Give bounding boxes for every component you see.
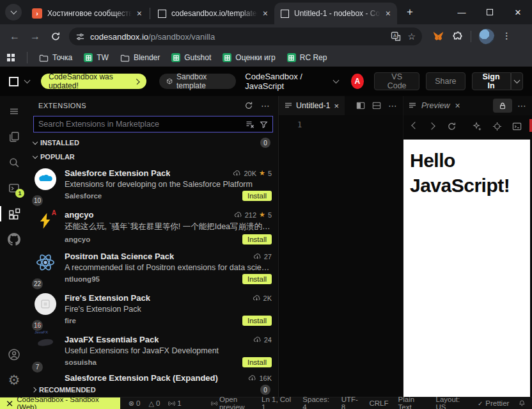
install-button[interactable]: Install <box>242 316 272 326</box>
vscode-button[interactable]: VS Code <box>374 72 419 90</box>
encoding[interactable]: UTF-8 <box>341 396 360 409</box>
forward-button[interactable]: → <box>26 27 45 46</box>
translate-icon[interactable]: A <box>391 31 401 42</box>
more-actions-icon[interactable]: ⋯ <box>517 100 527 111</box>
bookmark-tochka[interactable]: Точка <box>39 53 72 62</box>
codesandbox-favicon-icon <box>281 10 289 18</box>
update-banner[interactable]: CodeSandbox was updated! <box>41 74 146 89</box>
problems-errors[interactable]: ⊗0 <box>129 399 141 408</box>
project-switcher[interactable]: CodeSandbox / JavaScript <box>245 72 338 91</box>
more-actions-icon[interactable]: ⋯ <box>261 100 270 111</box>
reload-button[interactable] <box>46 27 65 46</box>
close-icon[interactable]: × <box>334 102 340 110</box>
code-editor[interactable]: 1 <box>279 115 403 397</box>
close-icon[interactable]: × <box>137 9 142 18</box>
back-button[interactable]: ← <box>5 27 24 46</box>
sparkle-ai-icon[interactable] <box>473 122 482 131</box>
settings-gear-icon[interactable]: ⚙ <box>0 367 28 393</box>
user-avatar[interactable]: A <box>351 74 364 89</box>
preview-forward-icon[interactable] <box>428 122 435 129</box>
menu-button[interactable] <box>0 99 28 124</box>
chevron-right-icon <box>134 78 139 84</box>
minimize-button[interactable]: — <box>448 0 476 24</box>
browser-menu-icon[interactable]: ⋯ <box>502 32 512 42</box>
apps-grid-icon[interactable] <box>6 53 15 62</box>
close-window-button[interactable]: ✕ <box>504 0 532 24</box>
extensions-search[interactable] <box>33 116 273 132</box>
browser-profile-avatar[interactable] <box>479 29 494 44</box>
close-icon[interactable]: × <box>455 101 460 110</box>
account-icon[interactable] <box>0 342 28 367</box>
bookmark-tw[interactable]: TW <box>84 53 109 62</box>
editor-tab-untitled[interactable]: Untitled-1 × <box>279 96 345 115</box>
preview-iframe[interactable]: Hello JavaScript! <box>403 140 530 397</box>
install-button[interactable]: Install <box>242 274 272 284</box>
lock-button[interactable] <box>493 99 512 113</box>
close-icon[interactable]: × <box>263 9 268 18</box>
cursor-position[interactable]: Ln 1, Col 1 <box>262 396 293 409</box>
maximize-button[interactable] <box>476 0 504 24</box>
section-popular[interactable]: POPULAR <box>28 150 278 164</box>
browser-tab-1[interactable]: › Хостинговое сообщество « × <box>26 3 148 24</box>
extension-item-fire[interactable]: 16 Fire's Extension Pack 2K Fire's Exten… <box>28 289 278 330</box>
keyboard-layout[interactable]: Layout: US <box>436 396 468 409</box>
explorer-icon[interactable] <box>0 124 28 150</box>
close-icon[interactable]: × <box>386 9 391 18</box>
tab-search-button[interactable] <box>5 4 22 20</box>
github-icon[interactable] <box>0 227 28 252</box>
extensions-icon[interactable] <box>0 201 28 227</box>
new-tab-button[interactable]: + <box>401 3 419 21</box>
problems-warnings[interactable]: △0 <box>148 399 160 408</box>
install-button[interactable]: Install <box>242 191 272 201</box>
metamask-icon[interactable] <box>432 31 444 42</box>
terminal-icon[interactable]: 1 <box>0 175 28 201</box>
bookmark-ocenki-igr[interactable]: Оценки игр <box>223 53 275 62</box>
refresh-icon[interactable] <box>244 101 253 110</box>
console-panel-icon[interactable] <box>512 122 522 131</box>
extension-item-angcyo[interactable]: A angcyo 212 ★5 还能这么玩, `骚年`我在群里等你! 一个能把I… <box>28 205 278 247</box>
eol-sequence[interactable]: CRLF <box>370 399 389 407</box>
language-mode[interactable]: Plain Text <box>398 396 426 409</box>
section-recommended[interactable]: RECOMMENDED 0 <box>28 383 278 397</box>
split-editor-icon[interactable] <box>356 101 365 110</box>
search-icon[interactable] <box>0 150 28 175</box>
extension-item-salesforce-expanded[interactable]: Salesforce Extension Pack (Expanded) 16K <box>28 372 278 383</box>
browser-tab-2[interactable]: codesandbox.io/templates/v × <box>152 3 274 24</box>
share-button[interactable]: Share <box>426 72 465 90</box>
install-button[interactable]: Install <box>242 357 272 367</box>
preview-reload-icon[interactable] <box>447 122 457 131</box>
preview-tab-label[interactable]: Preview <box>421 101 450 110</box>
extension-item-salesforce[interactable]: 10 Salesforce Extension Pack 20K ★5 Exte… <box>28 164 278 205</box>
open-preview-button[interactable]: Open preview <box>211 396 262 409</box>
bookmark-star-icon[interactable]: ☆ <box>407 31 416 42</box>
clear-results-icon[interactable] <box>246 120 254 129</box>
indentation[interactable]: Spaces: 4 <box>302 396 331 409</box>
signin-button[interactable]: Sign In <box>472 72 511 90</box>
preview-back-icon[interactable] <box>411 122 418 129</box>
extension-item-positron[interactable]: 22 Positron Data Science Pack 27 A recom… <box>28 247 278 289</box>
codesandbox-logo-icon[interactable] <box>9 77 19 86</box>
download-count: 2K <box>263 294 272 302</box>
inspect-target-icon[interactable] <box>492 122 502 131</box>
browser-tab-active[interactable]: Untitled-1 - nodebox - Code × <box>274 3 397 24</box>
install-button[interactable]: Install <box>242 234 272 245</box>
site-settings-icon[interactable] <box>75 32 85 42</box>
signin-dropdown-button[interactable] <box>511 72 523 90</box>
formatter-indicator[interactable]: ✓Prettier <box>478 399 509 407</box>
bookmark-gutshot[interactable]: Gutshot <box>171 53 211 62</box>
ports-indicator[interactable]: 1 <box>168 399 181 407</box>
more-actions-icon[interactable]: ⋯ <box>388 100 398 111</box>
filter-icon[interactable] <box>260 120 268 129</box>
remote-indicator[interactable]: CodeSandbox - Sandbox (Web) <box>0 397 120 409</box>
search-input[interactable] <box>38 120 242 129</box>
bookmark-rc-rep[interactable]: RC Rep <box>287 53 327 62</box>
notifications-bell-icon[interactable] <box>519 399 526 407</box>
toggle-layout-icon[interactable] <box>372 101 381 110</box>
extension-item-javafx[interactable]: Pack forJavaFX 7 JavaFX Essentials Pack … <box>28 330 278 372</box>
sandbox-template-badge[interactable]: Sandbox template <box>159 74 237 89</box>
address-bar[interactable]: codesandbox.io/p/sandbox/vanilla A ☆ <box>69 28 422 45</box>
chevron-down-icon[interactable] <box>25 80 29 83</box>
section-installed[interactable]: INSTALLED 0 <box>28 136 278 150</box>
bookmark-blender[interactable]: Blender <box>120 53 160 62</box>
extensions-puzzle-icon[interactable] <box>452 31 463 42</box>
